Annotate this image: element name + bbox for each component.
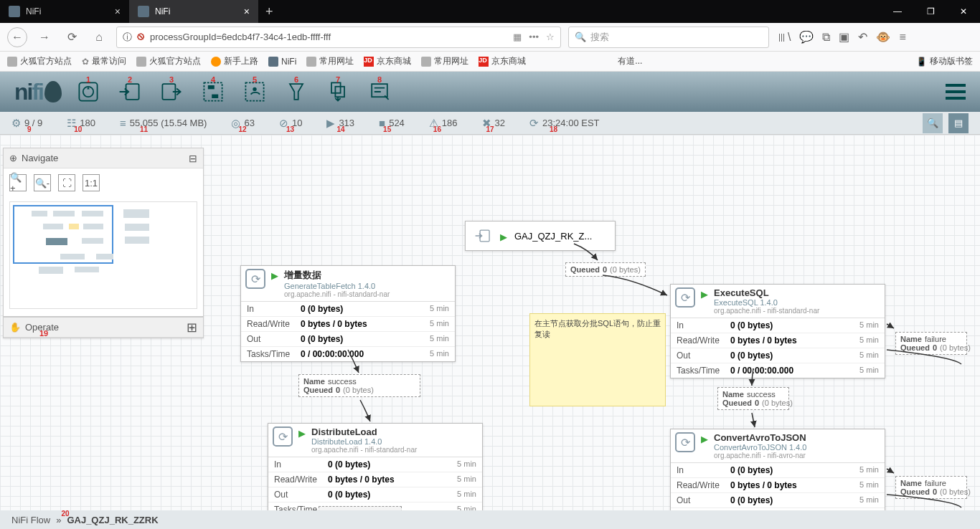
home-button[interactable]: ⌂	[89, 27, 109, 47]
undo-icon[interactable]: ↶	[858, 30, 867, 44]
expand-icon[interactable]: ⊞	[187, 320, 197, 335]
bookmark-mobile[interactable]: 📱移动版书签	[916, 55, 973, 67]
input-port-tool[interactable]: 2	[115, 77, 145, 107]
reader-icon[interactable]: ▦	[513, 32, 522, 42]
tab-close-icon[interactable]: ×	[244, 6, 250, 17]
monkey-icon[interactable]: 🐵	[876, 30, 890, 44]
search-flow-button[interactable]: 🔍	[923, 113, 943, 133]
processor-icon: ⟳	[273, 426, 293, 447]
screenshot-icon[interactable]: ⧉	[822, 31, 830, 44]
browser-tab-active[interactable]: NiFi ×	[129, 0, 258, 23]
status-queued: ≡55,055 (15.54 MB)11	[120, 117, 207, 129]
url-bar[interactable]: ⓘ 🛇 processGroupId=6edcb4f7-34c4-1edb-ff…	[116, 27, 561, 48]
sticky-note[interactable]: 在主节点获取分批SQL语句，防止重复读	[529, 313, 666, 406]
browser-toolbar: ← → ⟳ ⌂ ⓘ 🛇 processGroupId=6edcb4f7-34c4…	[0, 23, 980, 52]
bookmark-item[interactable]: JD京东商城	[479, 55, 526, 67]
tab-title: NiFi	[26, 6, 41, 16]
queued-icon: ≡	[120, 117, 126, 129]
reload-button[interactable]: ⟳	[62, 27, 82, 47]
star-icon[interactable]: ☆	[546, 32, 555, 42]
info-icon[interactable]: ⓘ	[123, 31, 132, 44]
navigate-header[interactable]: ⊕ Navigate ⊟	[4, 148, 203, 168]
browser-tab-inactive[interactable]: NiFi ×	[0, 0, 129, 23]
minimize-button[interactable]: —	[881, 0, 914, 23]
flow-canvas[interactable]: ⊕ Navigate ⊟ 🔍+ 🔍- ⛶ 1:1	[0, 135, 980, 510]
processor-generate-table-fetch[interactable]: ⟳ ▶ 增量数据 GenerateTableFetch 1.4.0 org.ap…	[240, 265, 456, 362]
processor-execute-sql[interactable]: ⟳ ▶ ExecuteSQL ExecuteSQL 1.4.0 org.apac…	[670, 284, 885, 378]
more-icon[interactable]: •••	[529, 32, 539, 42]
folder-icon	[306, 57, 316, 67]
chat-icon[interactable]: 💬	[799, 30, 814, 44]
remote-process-group-tool[interactable]: 5	[240, 77, 270, 107]
connection-label[interactable]: Name failure Queued 0 (0 bytes)	[895, 332, 967, 355]
forward-button[interactable]: →	[34, 27, 55, 47]
operate-header[interactable]: ✋ Operate 19 ⊞	[4, 318, 203, 338]
tab-favicon-icon	[138, 6, 149, 17]
minimap[interactable]	[9, 201, 197, 309]
zoom-in-button[interactable]: 🔍+	[9, 174, 27, 191]
template-tool[interactable]: 7	[323, 77, 353, 107]
nifi-icon	[268, 57, 278, 67]
bookmark-item[interactable]: NiFi	[268, 57, 296, 67]
sidebar-icon[interactable]: ▣	[839, 30, 849, 44]
nodes-icon: ⚙	[11, 117, 21, 130]
label-tool[interactable]: 8	[364, 77, 395, 107]
folder-icon	[421, 57, 431, 67]
svg-rect-5	[208, 85, 215, 89]
global-menu-button[interactable]	[946, 84, 966, 100]
funnel-tool[interactable]: 6	[281, 77, 311, 107]
bookmark-item[interactable]: 火狐官方站点	[136, 55, 201, 67]
hand-icon: ✋	[9, 322, 21, 333]
connection-label[interactable]: Name success Queued 0 (0 bytes)	[717, 387, 789, 410]
menu-icon[interactable]: ≡	[899, 31, 905, 44]
status-disabled: ✖3217	[482, 117, 505, 130]
bookmarks-bar: 火狐官方站点 ✿最常访问 火狐官方站点 新手上路 NiFi 常用网址 JD京东商…	[0, 52, 980, 72]
url-text: processGroupId=6edcb4f7-34c4-1edb-ffff-f…	[150, 32, 509, 42]
maximize-button[interactable]: ❐	[914, 0, 947, 23]
processor-icon: ⟳	[675, 287, 695, 308]
status-not-transmitting: ⊘1013	[279, 117, 302, 130]
processor-tool[interactable]: 1	[73, 77, 103, 107]
library-icon[interactable]: ⫼\	[776, 31, 791, 44]
bookmark-item[interactable]: 常用网址	[421, 55, 468, 67]
status-threads: ☷18010	[67, 117, 95, 130]
back-button[interactable]: ←	[7, 27, 27, 47]
connection-label[interactable]: Queued 0 (0 bytes)	[565, 262, 646, 277]
breadcrumb-root[interactable]: NiFi Flow	[11, 515, 50, 525]
shield-icon[interactable]: 🛇	[136, 32, 146, 42]
search-icon: 🔍	[575, 32, 586, 42]
status-transmitting: ◎6312	[231, 117, 254, 130]
new-tab-button[interactable]: +	[258, 4, 281, 19]
folder-icon	[136, 57, 146, 67]
navigate-panel: ⊕ Navigate ⊟ 🔍+ 🔍- ⛶ 1:1	[3, 148, 204, 317]
breadcrumb-current[interactable]: 20 GAJ_QZJ_RK_ZZRK	[67, 515, 158, 525]
processor-distribute-load[interactable]: ⟳ ▶ DistributeLoad DistributeLoad 1.4.0 …	[268, 423, 483, 510]
zoom-out-button[interactable]: 🔍-	[34, 174, 51, 191]
bookmark-item[interactable]: 火狐官方站点	[7, 55, 72, 67]
connection-label[interactable]: Name failure Queued 0 (0 bytes)	[895, 476, 967, 499]
zoom-actual-button[interactable]: 1:1	[83, 174, 100, 191]
run-icon: ▶	[500, 232, 507, 242]
processor-icon: ⟳	[245, 269, 265, 289]
tab-close-icon[interactable]: ×	[115, 6, 121, 17]
output-port-tool[interactable]: 3	[156, 77, 187, 107]
bookmark-item[interactable]: 新手上路	[211, 55, 258, 67]
connection-label[interactable]: Name success Queued 0 (0 bytes)	[298, 374, 420, 397]
toolbar-right: ⫼\ 💬 ⧉ ▣ ↶ 🐵 ≡	[776, 30, 906, 44]
bulletin-board-button[interactable]: ▤	[948, 113, 969, 133]
bookmark-item[interactable]: 常用网址	[306, 55, 354, 67]
drop-icon	[44, 81, 62, 103]
processor-convert-avro-json[interactable]: ⟳ ▶ ConvertAvroToJSON ConvertAvroToJSON …	[670, 429, 885, 510]
process-group-name: GAJ_QZJ_RK_Z...	[514, 231, 592, 242]
bookmark-item[interactable]: ✿最常访问	[82, 55, 126, 67]
input-port-box[interactable]: ▶ GAJ_QZJ_RK_Z...	[465, 221, 616, 251]
bookmark-item[interactable]: 有道...	[618, 55, 642, 67]
close-button[interactable]: ✕	[947, 0, 980, 23]
search-bar[interactable]: 🔍 搜索	[568, 27, 769, 48]
zoom-fit-button[interactable]: ⛶	[58, 174, 75, 191]
bookmark-item[interactable]: JD京东商城	[364, 55, 411, 67]
status-refresh: ⟳23:24:00 EST18	[529, 117, 600, 130]
process-group-tool[interactable]: 4	[198, 77, 228, 107]
svg-rect-11	[372, 84, 387, 97]
collapse-icon[interactable]: ⊟	[189, 153, 197, 164]
